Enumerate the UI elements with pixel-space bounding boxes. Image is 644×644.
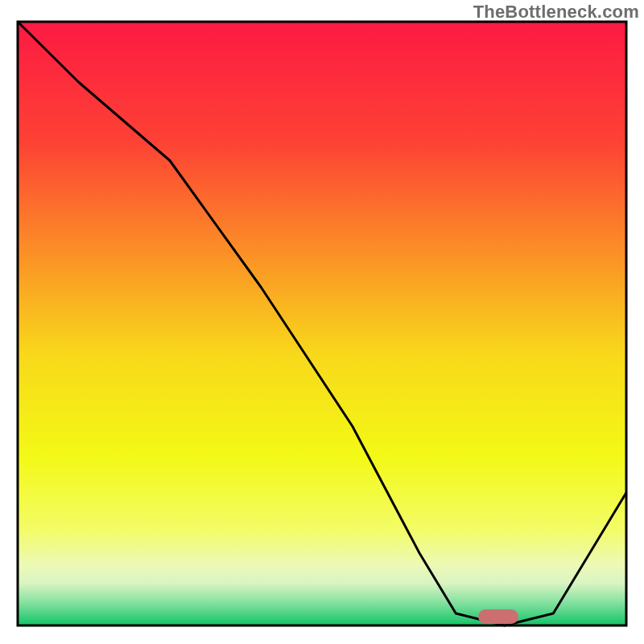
bottleneck-chart	[0, 0, 644, 644]
optimal-marker	[478, 609, 518, 624]
gradient-fill	[18, 22, 626, 625]
